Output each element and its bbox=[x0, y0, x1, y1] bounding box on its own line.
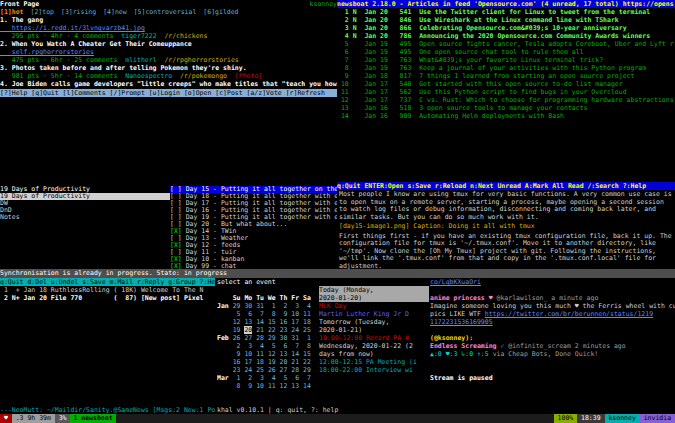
todo-list-item[interactable]: 19 Days of Productivity bbox=[0, 193, 170, 200]
neomutt-pane[interactable]: q:Quit d:Del u:Undel s:Save m:Mail r:Rep… bbox=[0, 278, 215, 414]
post-subreddit[interactable]: /r/rpghorrorstories bbox=[164, 56, 238, 64]
agenda-date[interactable]: Wednesday, 2020-01-22 (2 bbox=[319, 342, 429, 350]
newsboat-article-row[interactable]: 8 Jan 19 763 Keep a journal of your acti… bbox=[337, 64, 675, 72]
tmux-window-tab[interactable]: 1 newsboat bbox=[70, 414, 115, 423]
todo-checkbox[interactable]: [ ] bbox=[170, 200, 186, 207]
post-author[interactable]: mlitherl bbox=[125, 56, 164, 64]
todo-checkbox[interactable]: [ ] bbox=[170, 235, 186, 242]
twitter-stream-pane[interactable]: co/LqbKXuaOrianime princess ♥ @karlawils… bbox=[430, 278, 675, 414]
todo-item-row[interactable]: [ ] Day 18 - Putting it all together wit… bbox=[170, 193, 337, 200]
newsboat-article-row[interactable]: 14 Jan 16 909 Automating Helm deployment… bbox=[337, 112, 675, 120]
calendar-days[interactable]: 21 22 23 24 25 bbox=[252, 326, 311, 334]
todo-checkbox[interactable]: [ ] bbox=[170, 214, 186, 221]
post-title[interactable]: 2. When You Watch A Cheater Get Their Co… bbox=[0, 40, 337, 48]
todo-item-row[interactable]: [ ] Day 17 - Putting it all together wit… bbox=[170, 200, 337, 207]
tweet-link[interactable]: 1172231536169905 bbox=[430, 318, 493, 326]
agenda-event[interactable]: 10:00-12:00 Record PA # bbox=[319, 334, 429, 342]
newsboat-article-row[interactable]: 2 N Jan 20 846 Use Wireshark at the Linu… bbox=[337, 16, 675, 24]
mail-row[interactable]: 2 N+ Jan 20 File 770 ( 87) [New post] Pi… bbox=[0, 294, 215, 302]
todo-item-row[interactable]: [X] Day 14 - TWin bbox=[170, 228, 337, 235]
calendar-days[interactable]: 16 17 18 19 20 21 22 bbox=[233, 358, 311, 366]
calendar-days[interactable]: 1 2 3 4 5 6 7 bbox=[233, 374, 311, 382]
post-link[interactable]: self.rpghorrorstories bbox=[0, 48, 337, 56]
todo-checkbox[interactable]: [X] bbox=[170, 228, 186, 235]
newsboat-article-row[interactable]: 6 Jan 19 495 One open source chat tool t… bbox=[337, 48, 675, 56]
calendar-days[interactable]: 9 10 11 12 13 14 15 bbox=[233, 350, 311, 358]
agenda-date[interactable]: days from now) bbox=[319, 350, 429, 358]
agenda-date[interactable]: Today (Monday, bbox=[319, 286, 429, 294]
newsboat-article-list: 1 N Jan 20 541 Use the Twitter client fo… bbox=[337, 8, 675, 120]
newsboat-article-row[interactable]: 4 N Jan 20 786 Announcing the 2020 Opens… bbox=[337, 32, 675, 40]
khal-calendar-pane[interactable]: select an event Su Mo Tu We Th Fr Sa Jan… bbox=[215, 278, 430, 414]
agenda-date[interactable]: Tomorrow (Tuesday, bbox=[319, 318, 429, 326]
todo-item-row[interactable]: [X] Day 12 - feeds bbox=[170, 242, 337, 249]
calendar-days[interactable]: 2 3 4 5 6 7 8 bbox=[233, 342, 311, 350]
todo-checkbox[interactable]: [ ] bbox=[170, 249, 186, 256]
todo-item-row[interactable]: [ ] Day 19 - Putting it all together wit… bbox=[170, 214, 337, 221]
tweet-link[interactable]: co/LqbKXuaOri bbox=[430, 278, 481, 286]
todo-checkbox[interactable]: [X] bbox=[170, 242, 186, 249]
todoman-todos-pane[interactable]: [ ] Day 15 - Putting it all together on … bbox=[170, 186, 337, 269]
newsboat-article-row[interactable]: 1 N Jan 20 541 Use the Twitter client fo… bbox=[337, 8, 675, 16]
tuir-reddit-pane[interactable]: Front Page ksonney [1]hot[2]top[3]rising… bbox=[0, 0, 337, 97]
todo-list-item[interactable]: DnD bbox=[0, 207, 170, 214]
post-link[interactable]: https://i.redd.it/3lvnqvarzb41.jpg bbox=[0, 24, 337, 32]
todo-item-row[interactable]: [ ] Day 16 - Putting it all together wit… bbox=[170, 207, 337, 214]
todo-item-row[interactable]: [ ] Day 20 - But what about... bbox=[170, 221, 337, 228]
todo-list-item[interactable]: DW bbox=[0, 200, 170, 207]
tuir-tab[interactable]: [1]hot bbox=[0, 8, 23, 16]
calendar-days[interactable]: 26 27 28 29 30 31 1 bbox=[233, 334, 311, 342]
newsboat-article-row[interactable]: 10 Jan 17 540 Get started with this open… bbox=[337, 80, 675, 88]
agenda-event[interactable]: Martin Luther King Jr D bbox=[319, 310, 429, 318]
calendar-days[interactable]: 12 13 14 15 16 17 18 bbox=[233, 318, 311, 326]
newsboat-article-row[interactable]: 12 Jan 17 737 C vs. Rust: Which to choos… bbox=[337, 96, 675, 104]
todo-list-item[interactable]: Notes bbox=[0, 214, 170, 221]
agenda-date[interactable]: 2020-01-20) bbox=[319, 294, 429, 302]
tuir-tab[interactable]: [2]top bbox=[30, 8, 53, 16]
todo-checkbox[interactable]: [X] bbox=[170, 256, 186, 263]
todo-item-row[interactable]: [ ] Day 15 - Putting it all together on … bbox=[170, 186, 337, 193]
todoman-todo-list: [ ] Day 15 - Putting it all together on … bbox=[170, 186, 337, 269]
calendar-days[interactable]: 19 bbox=[233, 326, 245, 334]
post-title[interactable]: 3. Photos taken before and after telling… bbox=[0, 64, 337, 72]
post-subreddit[interactable]: /r/pokemongo bbox=[180, 72, 227, 80]
empty-terminal-pane[interactable] bbox=[0, 97, 337, 186]
agenda-date[interactable]: 2020-01-21) bbox=[319, 326, 429, 334]
todoman-lists-pane[interactable]: 19 Days of Productivity 19 Days of Produ… bbox=[0, 186, 170, 269]
calendar-days[interactable]: 29 30 31 1 2 3 4 bbox=[233, 302, 311, 310]
newsboat-article-row[interactable]: 3 N Jan 20 866 Celebrating Opensource.co… bbox=[337, 24, 675, 32]
tuir-tab[interactable]: [5]controversial bbox=[134, 8, 197, 16]
tweet-link[interactable]: https://twitter.com/br/berunnen/status/1… bbox=[485, 310, 653, 318]
todo-checkbox[interactable]: [ ] bbox=[170, 193, 186, 200]
post-subreddit[interactable]: /r/chickens bbox=[164, 32, 207, 40]
todo-item-row[interactable]: [ ] Day 13 - Weather bbox=[170, 235, 337, 242]
tuir-tab[interactable]: [3]rising bbox=[61, 8, 96, 16]
newsboat-article-row[interactable]: 7 Jan 19 763 What&#039;s your favorite L… bbox=[337, 56, 675, 64]
post-author[interactable]: Nanoespectro bbox=[125, 72, 180, 80]
todo-item-row[interactable]: [ ] Day 11 - tuir bbox=[170, 249, 337, 256]
tuir-tab[interactable]: [6]gilded bbox=[203, 8, 238, 16]
tweet-text-segment: 2 minutes ago bbox=[571, 342, 626, 350]
newsboat-article-row[interactable]: 5 Jan 19 495 Open source fights cancer, … bbox=[337, 40, 675, 48]
calendar-days[interactable]: 5 6 7 8 9 10 11 bbox=[233, 310, 311, 318]
post-author[interactable]: tiger7222 bbox=[121, 32, 164, 40]
agenda-event[interactable]: MLK Day bbox=[319, 302, 429, 310]
tmux-status-segment: 18:39 bbox=[577, 414, 604, 423]
newsboat-article-row[interactable]: 13 Jan 16 518 3 open source tools to man… bbox=[337, 104, 675, 112]
agenda-event[interactable]: 12:00-12:15 PA Meeting (i bbox=[319, 358, 429, 366]
newsboat-article-row[interactable]: 9 Jan 18 817 7 things I learned from sta… bbox=[337, 72, 675, 80]
todo-item-row[interactable]: [X] Day 10 - kanban bbox=[170, 256, 337, 263]
calendar-days[interactable]: 8 9 10 11 12 13 14 bbox=[233, 382, 311, 390]
todo-detail-pane[interactable]: Most people I know are using tmux for ve… bbox=[337, 190, 675, 269]
mail-row[interactable]: 1 + Jan 18 RuthlessRolling ( 18K) Welcom… bbox=[0, 286, 215, 294]
newsboat-pane[interactable]: newsboat 2.18.0 - Articles in feed 'Open… bbox=[337, 0, 675, 190]
todo-checkbox[interactable]: [ ] bbox=[170, 221, 186, 228]
post-title[interactable]: 4. Joe Biden calls game developers "litt… bbox=[0, 80, 337, 88]
newsboat-article-row[interactable]: 11 Jan 17 562 Use this Python script to … bbox=[337, 88, 675, 96]
todo-checkbox[interactable]: [ ] bbox=[170, 207, 186, 214]
tuir-tab[interactable]: [4]new bbox=[103, 8, 126, 16]
agenda-event[interactable]: 18:00-22:00 Interview wi bbox=[319, 366, 429, 374]
post-title[interactable]: 1. The gang bbox=[0, 16, 337, 24]
calendar-days[interactable]: 23 24 25 26 27 28 29 bbox=[233, 366, 311, 374]
todo-checkbox[interactable]: [ ] bbox=[170, 186, 186, 193]
